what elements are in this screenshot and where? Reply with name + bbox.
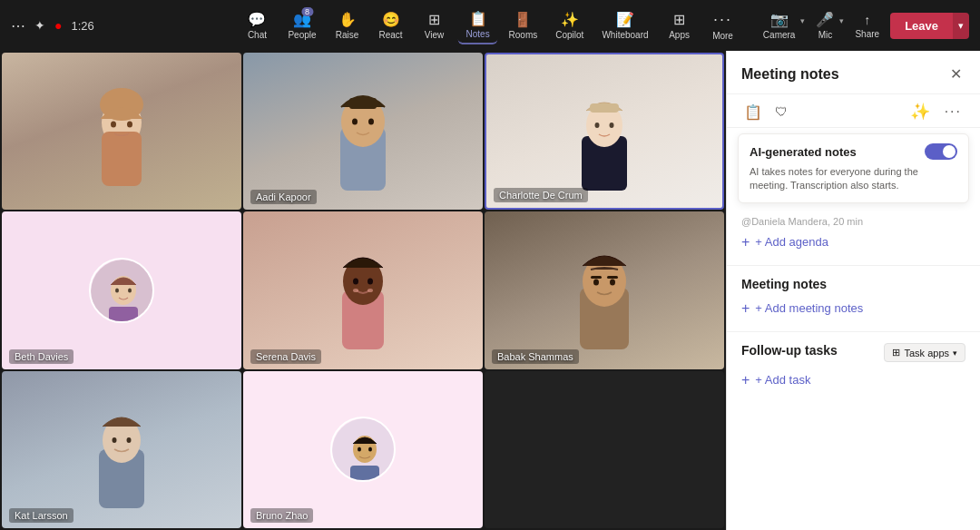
svg-point-35 bbox=[127, 437, 132, 443]
camera-btn[interactable]: 📷 Camera bbox=[758, 7, 801, 44]
svg-point-22 bbox=[353, 278, 358, 284]
meeting-notes-section: Meeting notes + + Add meeting notes bbox=[727, 270, 980, 328]
svg-rect-9 bbox=[349, 98, 377, 109]
side-panel: Meeting notes ✕ 📋 🛡 ✨ ··· AI-generated n… bbox=[726, 51, 980, 530]
panel-header-icons: ✕ bbox=[946, 64, 965, 84]
svg-rect-14 bbox=[590, 103, 619, 113]
raise-icon: ✋ bbox=[338, 11, 357, 28]
share-btn[interactable]: ↑ Share bbox=[849, 9, 885, 43]
top-bar-right: 📷 Camera ▾ 🎤 Mic ▾ ↑ Share Leave ▾ bbox=[758, 7, 969, 44]
camera-control[interactable]: 📷 Camera ▾ bbox=[758, 7, 806, 44]
charlotte-svg bbox=[568, 73, 641, 191]
name-beth: Beth Davies bbox=[9, 349, 74, 364]
nav-rooms[interactable]: 🚪 Rooms bbox=[502, 7, 545, 44]
options-icon[interactable]: ⋯ bbox=[11, 17, 25, 34]
nav-react[interactable]: 😊 React bbox=[371, 7, 411, 44]
nav-more[interactable]: ··· More bbox=[703, 6, 743, 44]
nav-apps[interactable]: ⊞ Apps bbox=[660, 7, 700, 44]
share-icon: ↑ bbox=[864, 13, 870, 27]
svg-point-4 bbox=[127, 121, 132, 127]
mic-icon: 🎤 bbox=[816, 11, 834, 28]
notes-icon: 📋 bbox=[469, 10, 487, 27]
leave-chevron-button[interactable]: ▾ bbox=[953, 13, 969, 39]
agenda-hint: @Daniela Mandera, 20 min bbox=[741, 216, 965, 227]
ai-notes-top: AI-generated notes bbox=[750, 143, 957, 160]
more-options-button[interactable]: ··· bbox=[941, 102, 965, 122]
toggle-knob bbox=[943, 145, 956, 158]
video-cell-babak[interactable]: Babak Shammas bbox=[485, 211, 724, 368]
svg-point-29 bbox=[610, 279, 615, 285]
leave-group: Leave ▾ bbox=[890, 13, 969, 39]
mic-btn[interactable]: 🎤 Mic bbox=[810, 7, 839, 44]
mic-chevron[interactable]: ▾ bbox=[839, 16, 844, 25]
nav-chat[interactable]: 💬 Chat bbox=[237, 7, 277, 44]
task-apps-label: Task apps bbox=[904, 348, 949, 358]
beth-face bbox=[2, 211, 241, 368]
add-notes-button[interactable]: + + Add meeting notes bbox=[741, 297, 965, 320]
divider-1 bbox=[727, 265, 980, 266]
nav-whiteboard[interactable]: 📝 Whiteboard bbox=[594, 7, 655, 44]
nav-notes[interactable]: 📋 Notes bbox=[458, 6, 498, 44]
svg-point-34 bbox=[113, 437, 117, 443]
apps-icon: ⊞ bbox=[673, 11, 685, 28]
agenda-section: @Daniela Mandera, 20 min + + Add agenda bbox=[727, 209, 980, 261]
video-cell-empty bbox=[485, 371, 724, 528]
svg-point-3 bbox=[111, 121, 116, 127]
video-cell-kat[interactable]: Kat Larsson bbox=[2, 371, 241, 528]
svg-point-39 bbox=[368, 447, 372, 452]
bruno-avatar bbox=[330, 417, 396, 482]
bruno-face bbox=[243, 371, 483, 528]
chat-icon: 💬 bbox=[248, 11, 266, 28]
video-cell-p1[interactable] bbox=[2, 53, 241, 210]
babak-face bbox=[485, 211, 724, 368]
beth-avatar-svg bbox=[91, 260, 154, 323]
add-agenda-button[interactable]: + + Add agenda bbox=[741, 231, 965, 254]
video-cell-serena[interactable]: Serena Davis bbox=[243, 211, 483, 368]
notes-tab-icon[interactable]: 📋 bbox=[741, 101, 765, 123]
task-apps-button[interactable]: ⊞ Task apps ▾ bbox=[884, 343, 965, 362]
sparkle-icon-button[interactable]: ✨ bbox=[906, 100, 934, 123]
svg-rect-30 bbox=[591, 276, 602, 279]
ai-notes-toggle[interactable] bbox=[925, 143, 957, 160]
svg-point-7 bbox=[352, 118, 358, 124]
video-cell-charlotte[interactable]: Charlotte De Crum bbox=[485, 53, 724, 210]
rooms-icon: 🚪 bbox=[514, 11, 532, 28]
panel-close-button[interactable]: ✕ bbox=[946, 64, 965, 84]
video-cell-beth[interactable]: Beth Davies bbox=[2, 211, 241, 368]
name-aadi: Aadi Kapoor bbox=[250, 190, 317, 204]
add-agenda-label: + Add agenda bbox=[755, 235, 828, 249]
name-kat: Kat Larsson bbox=[9, 508, 74, 523]
nav-view[interactable]: ⊞ View bbox=[415, 7, 455, 44]
nav-copilot[interactable]: ✨ Copilot bbox=[548, 7, 591, 44]
svg-rect-40 bbox=[350, 466, 379, 482]
camera-chevron[interactable]: ▾ bbox=[800, 16, 805, 25]
shield-tab-icon[interactable]: 🛡 bbox=[772, 102, 790, 122]
name-charlotte: Charlotte De Crum bbox=[494, 188, 588, 202]
kat-svg bbox=[81, 390, 162, 508]
serena-face bbox=[243, 211, 483, 368]
add-notes-plus-icon: + bbox=[741, 300, 750, 317]
video-cell-bruno[interactable]: Bruno Zhao bbox=[243, 371, 483, 528]
whiteboard-icon: 📝 bbox=[616, 11, 634, 28]
leave-button[interactable]: Leave bbox=[890, 13, 953, 39]
sparkle-icon[interactable]: ✦ bbox=[34, 18, 45, 33]
top-bar: ⋯ ✦ ● 1:26 💬 Chat 👥 8 People ✋ Raise 😊 R… bbox=[0, 0, 980, 51]
nav-people[interactable]: 👥 8 People bbox=[280, 7, 323, 44]
people-icon-wrap: 👥 8 bbox=[293, 11, 311, 28]
svg-rect-31 bbox=[607, 276, 618, 279]
tasks-title: Follow-up tasks bbox=[741, 343, 838, 358]
video-cell-aadi[interactable]: Aadi Kapoor bbox=[243, 53, 483, 210]
svg-point-24 bbox=[353, 289, 358, 292]
nav-bar: 💬 Chat 👥 8 People ✋ Raise 😊 React ⊞ View… bbox=[237, 6, 742, 44]
charlotte-face bbox=[486, 54, 722, 208]
copilot-icon: ✨ bbox=[561, 11, 579, 28]
add-task-button[interactable]: + + Add task bbox=[741, 368, 965, 392]
svg-point-17 bbox=[115, 288, 119, 292]
ai-notes-label: AI-generated notes bbox=[750, 145, 857, 159]
tasks-header: Follow-up tasks ⊞ Task apps ▾ bbox=[741, 343, 965, 363]
record-dot: ● bbox=[54, 18, 62, 33]
nav-raise[interactable]: ✋ Raise bbox=[328, 7, 368, 44]
call-timer: 1:26 bbox=[71, 19, 93, 33]
mic-control[interactable]: 🎤 Mic ▾ bbox=[810, 7, 844, 44]
task-apps-grid-icon: ⊞ bbox=[892, 347, 900, 358]
